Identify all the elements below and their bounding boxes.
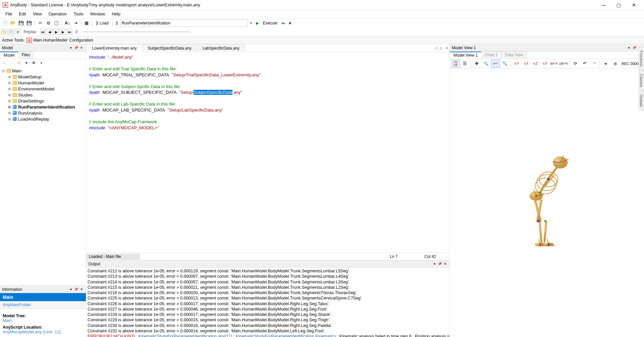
side-tab-classes[interactable]: Classes (639, 70, 644, 91)
error-kinematics-link[interactable]: KinematicStudyForParameterIdentification… (236, 334, 336, 337)
tree-node-humanmodel[interactable]: ⊞HumanModel (6, 80, 86, 86)
mv-rotate3d-icon[interactable]: ⟳³ᴰ (491, 60, 500, 68)
cut-icon[interactable]: ✂ (37, 19, 44, 27)
paste-icon[interactable]: 📋 (53, 19, 60, 27)
maximize-button[interactable]: ▢ (611, 0, 626, 10)
mv-pin-icon[interactable]: 📌 (632, 46, 637, 50)
output-body[interactable]: Constraint #212 is above tolerance 1e-05… (86, 268, 449, 337)
tab-model[interactable]: Model (0, 52, 18, 59)
menu-file[interactable]: File (2, 11, 15, 17)
editor-tab-1[interactable]: SubjectSpecificData.any (142, 44, 197, 52)
tree-node-drawsettings[interactable]: ⊞DrawSettings (6, 98, 86, 104)
error-code-link[interactable]: ERROR(OBJ.MCH.KIN3) (88, 334, 135, 337)
tab-prev-icon[interactable]: ◁ (433, 46, 439, 51)
sync-icon[interactable]: ⇵ (16, 60, 22, 66)
info-close-icon[interactable]: ✕ (79, 287, 84, 292)
mv-record-icon[interactable]: ● (601, 60, 610, 68)
mv-tab-2[interactable]: Data View (501, 52, 527, 59)
code-editor[interactable]: #include "../libdef.any" // Enter and ed… (86, 52, 449, 253)
side-tab-functions[interactable]: Functions (639, 47, 644, 70)
tab-files[interactable]: Files (18, 52, 34, 59)
mv-tab-0[interactable]: Model View 1 (450, 52, 481, 59)
replay-close-icon[interactable]: ✕ (15, 29, 21, 35)
output-dropdown-icon[interactable]: ▾ (432, 262, 437, 266)
save-all-icon[interactable]: 💾 (25, 19, 33, 27)
open-file-icon[interactable]: 📂 (9, 19, 17, 27)
replay-prev-icon[interactable]: ◀ (47, 29, 53, 35)
mv-redo-icon[interactable]: ↷ (590, 60, 598, 68)
replay-info-icon[interactable]: ⓘ (8, 29, 14, 35)
mv-props-icon[interactable]: ☰ (461, 60, 469, 68)
replay-last-icon[interactable]: ⏭ (67, 29, 73, 35)
nav-forward-icon[interactable]: → (9, 60, 15, 66)
mv-view-y-icon[interactable]: ↳Y (512, 60, 521, 68)
replay-next-icon[interactable]: ▶ (60, 29, 66, 35)
tab-next-icon[interactable]: ▷ (439, 46, 444, 51)
mv-tab-1[interactable]: Chart 1 (481, 52, 501, 59)
output-close-icon[interactable]: ✕ (443, 262, 447, 266)
stop-icon[interactable]: ■ (287, 21, 292, 25)
panel-dropdown-icon[interactable]: ▾ (68, 46, 73, 50)
replay-first-icon[interactable]: ⏮ (40, 29, 46, 35)
info-pin-icon[interactable]: 📌 (74, 287, 78, 292)
replay-play-icon[interactable]: ▶ (53, 29, 59, 35)
mv-onoff-icon[interactable]: OnOff (451, 60, 460, 68)
menu-window[interactable]: Window (87, 11, 108, 17)
save-icon[interactable]: 💾 (17, 19, 25, 27)
mv-zoomwin-icon[interactable]: 🔍 (500, 60, 509, 68)
replay-slider[interactable] (83, 31, 190, 32)
filter-icon[interactable]: ▼ (23, 60, 30, 66)
error-file-link[interactable]: KinematicStudyForParameterIdentification… (138, 334, 232, 337)
mv-view-x-icon[interactable]: ↳X (522, 60, 530, 68)
tree-root[interactable]: ⊟ Main (0, 68, 86, 74)
layout-icon[interactable]: ▦ (83, 19, 90, 27)
menu-edit[interactable]: Edit (15, 11, 30, 17)
view-icon[interactable]: 👁 (31, 60, 37, 66)
operation-play-icon[interactable]: ⟫ (114, 21, 119, 25)
view-dropdown-icon[interactable]: ▾ (38, 60, 44, 66)
menu-tools[interactable]: Tools (70, 11, 87, 17)
font-size-icon[interactable]: A↕ (64, 19, 71, 27)
mv-view-z-icon[interactable]: ↳Z (531, 60, 540, 68)
nav-back-icon[interactable]: ← (1, 60, 7, 66)
mv-snapshot-icon[interactable]: ◉ (611, 60, 620, 68)
tree-node-runanalysis[interactable]: ⊞RunAnalysis (6, 110, 86, 116)
step-forward-icon[interactable]: ⏭ (280, 21, 287, 25)
tree-node-modelsetup[interactable]: ⊞ModelSetup (6, 74, 86, 80)
editor-tab-0[interactable]: LowerExtremity.main.any (86, 44, 143, 52)
panel-close-icon[interactable]: ✕ (79, 46, 84, 50)
output-pin-icon[interactable]: 📌 (437, 262, 442, 266)
info-dropdown-icon[interactable]: ▾ (68, 287, 73, 292)
execute-button[interactable]: Execute (261, 19, 279, 27)
model-view-canvas[interactable] (450, 68, 644, 337)
operation-combo[interactable]: RunParameterIdentification (120, 19, 248, 27)
info-type-link[interactable]: AnyMainFolder (0, 301, 86, 309)
mv-undo-icon[interactable]: ↶ (580, 60, 589, 68)
mv-refresh-icon[interactable]: ⟳ (571, 60, 580, 68)
tree-node-runparameteridentification[interactable]: ⊞RunParameterIdentification (6, 104, 86, 110)
combo-dropdown-icon[interactable]: ▼ (248, 21, 254, 25)
menu-view[interactable]: View (30, 11, 45, 17)
run-icon[interactable]: ▶ (255, 21, 260, 25)
info-script-location-link[interactable]: AnyMocapModel.any (Line: 12) (3, 330, 83, 334)
new-file-icon[interactable]: 📄 (1, 19, 9, 27)
active-tools-icon[interactable]: ⊞ (26, 38, 32, 43)
mv-view-y2-icon[interactable]: ↳Y (540, 60, 549, 68)
mv-zoom-icon[interactable]: 🔍 (482, 60, 490, 68)
tree-node-studies[interactable]: ⊞Studies (6, 92, 86, 98)
replay-folder-icon[interactable]: 📁 (1, 29, 7, 35)
editor-tab-2[interactable]: LabSpecificData.any (197, 44, 245, 52)
indent-icon[interactable]: ⇥ (72, 19, 79, 27)
mv-pan-icon[interactable]: ✥ (472, 60, 481, 68)
tab-close-icon[interactable]: ✕ (444, 46, 449, 51)
side-tab-globals[interactable]: Globals (639, 91, 644, 111)
menu-help[interactable]: Help (108, 11, 124, 17)
info-model-tree-link[interactable]: Main (3, 318, 83, 323)
menu-operation[interactable]: Operation (45, 11, 70, 17)
tree-node-environmentmodel[interactable]: ⊞EnvironmentModel (6, 86, 86, 92)
minimize-button[interactable]: — (596, 0, 611, 10)
close-button[interactable]: ✕ (626, 0, 641, 10)
tree-node-loadandreplay[interactable]: ⊞LoadAndReplay (6, 116, 86, 122)
mv-rot90-icon[interactable]: 90°⟲ (550, 60, 558, 68)
mv-dropdown-icon[interactable]: ▾ (627, 46, 631, 50)
